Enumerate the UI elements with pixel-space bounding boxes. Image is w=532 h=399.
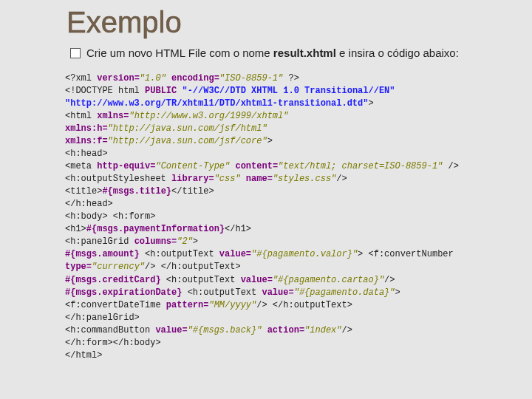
bullet-text: Crie um novo HTML File com o nome result… bbox=[86, 46, 459, 61]
bullet-item: Crie um novo HTML File com o nome result… bbox=[70, 46, 517, 61]
slide-title: Exemplo bbox=[66, 6, 182, 39]
code-block: <?xml version="1.0" encoding="ISO-8859-1… bbox=[65, 72, 523, 362]
checkbox-icon bbox=[70, 48, 81, 58]
